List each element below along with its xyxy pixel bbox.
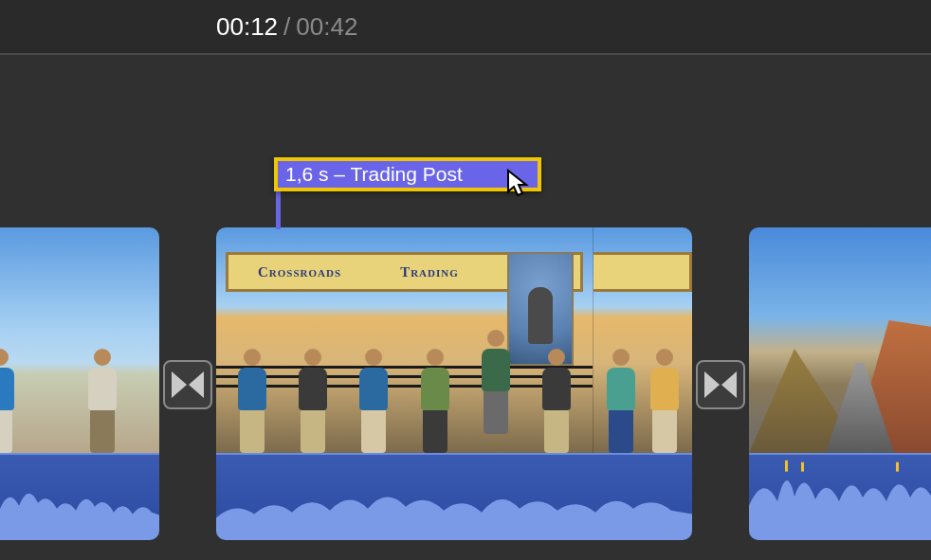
transition-2[interactable] [696, 360, 745, 409]
sign-word: Trading [400, 264, 459, 280]
total-time: 00:42 [296, 12, 357, 42]
clip-thumbnail [0, 227, 159, 453]
clip-2[interactable]: Crossroads Trading Post [216, 227, 692, 540]
clip-3[interactable] [749, 227, 931, 540]
svg-rect-1 [801, 462, 804, 472]
svg-rect-0 [785, 461, 788, 472]
timeline[interactable]: Crossroads Trading Post [0, 55, 931, 560]
bowtie-transition-icon [169, 366, 207, 404]
title-marker-label: 1,6 s – Trading Post [285, 163, 463, 185]
sign-word: Crossroads [258, 264, 341, 280]
clip-1[interactable] [0, 227, 159, 540]
audio-waveform[interactable] [0, 453, 159, 540]
title-marker[interactable]: 1,6 s – Trading Post [274, 157, 541, 191]
transition-1[interactable] [163, 360, 212, 409]
clip-thumbnail: Crossroads Trading Post [216, 227, 692, 453]
audio-waveform[interactable] [749, 453, 931, 540]
clip-thumbnail [749, 227, 931, 453]
bowtie-transition-icon [702, 366, 739, 404]
audio-waveform[interactable] [216, 453, 692, 540]
current-time: 00:12 [216, 12, 278, 42]
time-separator: / [283, 12, 290, 42]
svg-rect-2 [896, 462, 899, 472]
time-display: 00:12 / 00:42 [0, 0, 931, 55]
